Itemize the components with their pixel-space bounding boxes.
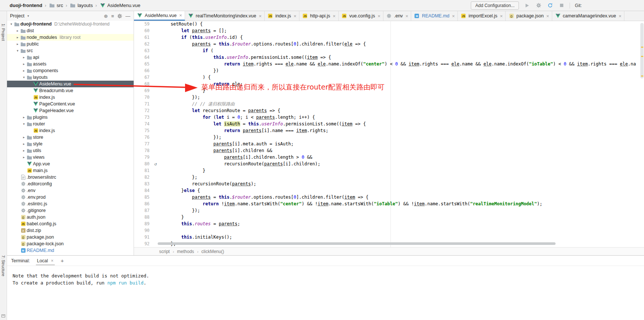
tree-item[interactable]: ▸style [7, 141, 134, 147]
hide-panel-icon[interactable]: — [125, 13, 130, 19]
chevron-right-icon[interactable]: ▸ [15, 36, 20, 39]
breadcrumb-item[interactable]: clickMenu() [201, 249, 224, 254]
editor-tab[interactable]: JSvue.config.js× [339, 11, 383, 21]
tree-item[interactable]: ▾layouts [7, 74, 134, 81]
tree-item[interactable]: .env [7, 187, 134, 194]
close-icon[interactable]: × [294, 13, 296, 19]
editor-tab[interactable]: MREADME.md× [411, 11, 458, 21]
gear-icon[interactable] [117, 14, 122, 18]
warning-stripe-mark[interactable] [641, 47, 643, 48]
chevron-right-icon[interactable]: ▸ [21, 55, 26, 59]
tree-item[interactable]: zdist.zip [7, 227, 134, 234]
close-icon[interactable]: × [378, 13, 380, 19]
structure-tool-button[interactable]: 7: Structure [1, 255, 6, 276]
tree-item[interactable]: {}auth.json [7, 214, 134, 220]
tree-item[interactable]: ▾router [7, 121, 134, 127]
tree-item[interactable]: ▸assets [7, 61, 134, 67]
run-icon[interactable] [524, 2, 530, 9]
vertical-scrollbar[interactable] [640, 23, 644, 78]
terminal-output[interactable]: Note that the development build is not o… [7, 266, 644, 286]
chevron-right-icon[interactable]: ▸ [15, 29, 20, 33]
add-configuration-button[interactable]: Add Configuration... [471, 1, 519, 10]
editor-tab[interactable]: .env× [383, 11, 411, 21]
breadcrumb-item[interactable]: src [49, 3, 63, 8]
tree-item[interactable]: Breadcrumb.vue [7, 87, 134, 94]
close-icon[interactable]: × [333, 13, 336, 19]
chevron-down-icon[interactable]: ▾ [21, 122, 26, 126]
project-tool-button[interactable]: 1: Project [1, 24, 6, 41]
breadcrumb-item[interactable]: methods [177, 249, 194, 254]
view-options-icon[interactable]: ≡ [111, 13, 114, 19]
chevron-right-icon[interactable]: ▸ [21, 155, 26, 159]
close-icon[interactable]: × [618, 13, 621, 19]
tool-window-icon[interactable] [1, 314, 5, 317]
horizontal-scrollbar[interactable] [158, 242, 556, 245]
chevron-right-icon[interactable]: ▸ [21, 62, 26, 66]
editor-tab[interactable]: AsideMenu.vue× [134, 11, 185, 21]
chevron-right-icon[interactable]: ▸ [21, 142, 26, 146]
tree-item[interactable]: ▾duoji-frontendD:\zheheWeb\duoji-fronten… [7, 21, 134, 27]
locate-file-icon[interactable]: ⊕ [104, 13, 108, 19]
chevron-down-icon[interactable]: ▾ [27, 14, 29, 18]
editor-tab[interactable]: cameraManage\index.vue× [552, 11, 624, 21]
chevron-right-icon[interactable]: ▸ [21, 115, 26, 119]
chevron-right-icon[interactable]: ▸ [21, 135, 26, 139]
warning-stripe-mark[interactable] [641, 56, 643, 57]
project-panel-title[interactable]: Project [10, 13, 24, 18]
tree-item[interactable]: JSbabel.config.js [7, 220, 134, 227]
tree-item[interactable]: ▸views [7, 154, 134, 161]
build-settings-icon[interactable] [535, 2, 542, 9]
tree-item[interactable]: {}package.json [7, 234, 134, 240]
chevron-right-icon[interactable]: ▸ [21, 149, 26, 152]
close-icon[interactable]: × [405, 13, 408, 19]
tree-item[interactable]: App.vue [7, 161, 134, 167]
breadcrumb-item[interactable]: duoji-frontend [10, 3, 42, 8]
new-terminal-icon[interactable]: + [61, 257, 64, 264]
tree-item[interactable]: ▸plugins [7, 114, 134, 121]
tree-item[interactable]: PageContent.vue [7, 101, 134, 107]
tree-item[interactable]: ▸dist [7, 27, 134, 34]
tree-item[interactable]: JSindex.js [7, 127, 134, 134]
tree-item[interactable]: ▸public [7, 41, 134, 47]
editor-tab[interactable]: {}package.json× [506, 11, 552, 21]
tree-item[interactable]: JSmain.js [7, 167, 134, 174]
breadcrumb-item[interactable]: layouts [70, 3, 93, 8]
editor-tab[interactable]: JSindex.js× [265, 11, 299, 21]
tree-item[interactable]: .gitignore [7, 207, 134, 214]
editor-tab[interactable]: JSimportExcel.js× [458, 11, 506, 21]
tree-item[interactable]: ▸components [7, 67, 134, 74]
terminal-tab-local[interactable]: Local × [36, 256, 55, 265]
close-icon[interactable]: × [259, 13, 262, 19]
chevron-down-icon[interactable]: ▾ [15, 49, 20, 53]
tree-item[interactable]: .eslintrc.js [7, 201, 134, 207]
tree-item[interactable]: .browserslistrc [7, 174, 134, 181]
chevron-right-icon[interactable]: ▸ [15, 42, 20, 46]
breadcrumb-item[interactable]: AsideMenu.vue [100, 3, 141, 8]
chevron-right-icon[interactable]: ▸ [21, 69, 26, 73]
stop-icon[interactable] [558, 2, 565, 9]
close-icon[interactable]: × [452, 13, 455, 19]
close-icon[interactable]: × [500, 13, 503, 19]
update-project-icon[interactable] [547, 2, 553, 9]
warning-stripe-mark[interactable] [641, 75, 643, 77]
close-icon[interactable]: × [546, 13, 549, 19]
tree-item[interactable]: PageHeader.vue [7, 107, 134, 114]
tree-item[interactable]: .env.prod [7, 194, 134, 201]
close-icon[interactable]: × [51, 258, 54, 263]
tree-item[interactable]: ▸api [7, 54, 134, 61]
git-branch-widget[interactable]: Git: [575, 3, 582, 8]
tree-item[interactable]: ▸store [7, 134, 134, 141]
chevron-down-icon[interactable]: ▾ [21, 75, 26, 79]
code-editor[interactable]: 59 setRoute() {60 let parents = [];61 if… [134, 21, 644, 247]
tree-item[interactable]: ▾src [7, 47, 134, 54]
editor-tab[interactable]: JShttp-api.js× [299, 11, 339, 21]
breadcrumb-item[interactable]: script [159, 249, 170, 254]
tree-item[interactable]: {}package-lock.json [7, 240, 134, 247]
tree-item[interactable]: AsideMenu.vue [7, 81, 134, 87]
close-icon[interactable]: × [179, 13, 182, 18]
chevron-down-icon[interactable]: ▾ [9, 22, 14, 26]
tree-item[interactable]: ▸utils [7, 147, 134, 154]
tree-item[interactable]: ▸node_moduleslibrary root [7, 34, 134, 41]
editor-tab[interactable]: realTimeMonitoring\index.vue× [185, 11, 265, 21]
tree-item[interactable]: JSindex.js [7, 94, 134, 101]
